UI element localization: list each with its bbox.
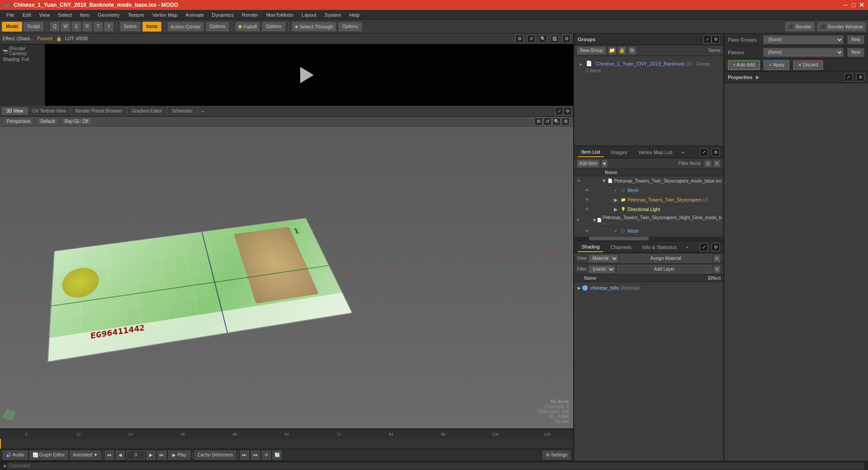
groups-icon-2[interactable]: 🔒 bbox=[618, 47, 626, 55]
projection-selector[interactable]: Perspective bbox=[4, 118, 33, 125]
shading-expand-button[interactable]: ⤢ bbox=[700, 243, 708, 251]
frame-input[interactable]: 0 bbox=[127, 451, 145, 460]
settings-button[interactable]: ⚙ Settings bbox=[542, 451, 571, 460]
tab-images[interactable]: Images bbox=[608, 148, 631, 157]
shortcut-s-button[interactable]: S bbox=[704, 160, 712, 167]
menu-item-render[interactable]: Render bbox=[238, 11, 262, 19]
groups-expand-button[interactable]: ⤢ bbox=[703, 35, 712, 43]
groups-icon-3[interactable]: ⚙ bbox=[628, 47, 636, 55]
tab-3d-view[interactable]: 3D View bbox=[2, 107, 28, 115]
apply-button[interactable]: ✓ Apply bbox=[764, 60, 789, 70]
viewport-expand-button[interactable]: ⤢ bbox=[555, 107, 563, 115]
shading-shortcut-f[interactable]: F bbox=[713, 255, 721, 262]
menu-item-help[interactable]: Help bbox=[346, 11, 363, 19]
tab-uv-texture-view[interactable]: UV Texture View bbox=[28, 107, 71, 115]
tool-icon-6[interactable]: Y bbox=[104, 22, 114, 32]
menu-item-system[interactable]: System bbox=[321, 11, 345, 19]
transport-extra-3[interactable]: ↺ bbox=[262, 451, 271, 460]
menu-item-file[interactable]: File bbox=[3, 11, 18, 19]
item-row-5[interactable]: 👁 ▼ 📄 Petronas_Towers_Twin_Skyscrapers_N… bbox=[574, 214, 723, 226]
item-eye-1[interactable]: 👁 bbox=[576, 177, 582, 184]
add-item-button[interactable]: Add Item bbox=[577, 160, 599, 168]
close-button[interactable]: ✕ bbox=[859, 1, 864, 9]
tab-shading[interactable]: Shading bbox=[578, 242, 603, 252]
tab-schematic[interactable]: Schematic bbox=[167, 107, 198, 115]
minimize-button[interactable]: ─ bbox=[844, 1, 848, 9]
tool-icon-4[interactable]: R bbox=[82, 22, 92, 32]
menu-item-texture[interactable]: Texture bbox=[124, 11, 148, 19]
command-input[interactable] bbox=[7, 462, 864, 470]
render-window-button[interactable]: ⬛ Render Window bbox=[817, 22, 866, 32]
vp-ctrl-4[interactable]: ⚙ bbox=[561, 118, 570, 126]
item-eye-5[interactable]: 👁 bbox=[576, 216, 580, 224]
properties-expand-button[interactable]: ⤢ bbox=[844, 73, 853, 81]
vp-ctrl-3[interactable]: 🔍 bbox=[552, 118, 561, 126]
shading-add[interactable]: + bbox=[684, 243, 690, 252]
menu-item-select[interactable]: Select bbox=[54, 11, 75, 19]
transport-extra-4[interactable]: 🔄 bbox=[273, 451, 282, 460]
tab-item-list[interactable]: Item List bbox=[578, 147, 604, 157]
item-list-scrollbar[interactable] bbox=[574, 237, 723, 240]
add-layer-button[interactable]: Add Layer bbox=[617, 265, 712, 273]
auto-add-button[interactable]: + Auto Add bbox=[728, 60, 760, 70]
item-row-4[interactable]: 👁 ▶ 💡 Directional Light bbox=[574, 205, 723, 214]
viewport-canvas[interactable]: 1 EG96411442 No Items C bbox=[0, 127, 573, 428]
render-ctrl-3[interactable]: 🔍 bbox=[539, 35, 547, 43]
tab-gradient-editor[interactable]: Gradient Editor bbox=[127, 107, 167, 115]
timeline-scrubber-bar[interactable] bbox=[0, 439, 573, 448]
add-item-dropdown[interactable]: ▼ bbox=[601, 160, 608, 168]
filter-select[interactable]: (none) bbox=[589, 265, 615, 273]
vp-ctrl-1[interactable]: ⚙ bbox=[534, 118, 542, 126]
render-button[interactable]: ⬛ Render bbox=[785, 22, 815, 32]
item-row-2[interactable]: 👁 ✓ ⬡ Mesh bbox=[574, 186, 723, 195]
render-ctrl-1[interactable]: ⚙ bbox=[515, 35, 524, 43]
pass-groups-select[interactable]: (None) bbox=[763, 35, 844, 44]
menu-item-item[interactable]: Item bbox=[76, 11, 93, 19]
item-list-settings-button[interactable]: ⚙ bbox=[712, 148, 720, 156]
material-select[interactable]: Material bbox=[589, 254, 618, 263]
item-expand-1[interactable]: ▼ bbox=[601, 178, 607, 183]
falloff-button[interactable]: Falloff bbox=[235, 22, 260, 32]
menu-item-edit[interactable]: Edit bbox=[19, 11, 35, 19]
select-through-button[interactable]: ◈ Select Through bbox=[292, 22, 336, 32]
render-ctrl-5[interactable]: ⚙ bbox=[562, 35, 571, 43]
select-button[interactable]: Select bbox=[120, 22, 141, 32]
menu-item-maxtomodo[interactable]: MaxToModo bbox=[263, 11, 297, 19]
passes-new-button[interactable]: New bbox=[847, 48, 864, 57]
shading-shortcut-s[interactable]: S bbox=[713, 266, 721, 273]
item-row-6[interactable]: 👁 ✓ ⬡ Mesh bbox=[574, 226, 723, 236]
tool-icon-1[interactable]: Q bbox=[50, 22, 60, 32]
tab-info-statistics[interactable]: Info & Statistics bbox=[639, 243, 680, 252]
prev-frame-button[interactable]: ◀ bbox=[116, 451, 125, 460]
options-button-2[interactable]: Options bbox=[262, 22, 285, 32]
groups-icon-1[interactable]: 📁 bbox=[608, 47, 616, 55]
pass-groups-new-button[interactable]: New bbox=[847, 35, 864, 44]
tab-channels[interactable]: Channels bbox=[607, 243, 635, 252]
add-tab-button[interactable]: + bbox=[198, 107, 208, 115]
maximize-button[interactable]: □ bbox=[852, 1, 855, 9]
items-button[interactable]: Items bbox=[142, 22, 161, 32]
menu-item-layout[interactable]: Layout bbox=[298, 11, 320, 19]
item-expand-4[interactable]: ▶ bbox=[612, 207, 619, 212]
cache-deformers-button[interactable]: Cache Deformers bbox=[194, 451, 236, 460]
menu-item-view[interactable]: View bbox=[36, 11, 54, 19]
go-start-button[interactable]: ⏮ bbox=[105, 451, 114, 460]
item-expand-5[interactable]: ▼ bbox=[592, 217, 597, 223]
shading-settings-button[interactable]: ⚙ bbox=[712, 243, 720, 251]
sculpt-button[interactable]: Sculpt bbox=[23, 22, 44, 32]
item-eye-2[interactable]: 👁 bbox=[583, 187, 590, 194]
vp-ctrl-2[interactable]: ↺ bbox=[543, 118, 552, 126]
animated-button[interactable]: Animated ▼ bbox=[70, 451, 101, 460]
shading-selector[interactable]: Default bbox=[37, 118, 58, 125]
menu-item-vertex-map[interactable]: Vertex Map bbox=[149, 11, 181, 19]
assign-material-button[interactable]: Assign Material bbox=[620, 254, 712, 263]
passes-select[interactable]: (None) bbox=[763, 48, 844, 57]
go-end-button[interactable]: ⏭ bbox=[157, 451, 166, 460]
transport-extra-2[interactable]: ⏮ bbox=[251, 451, 260, 460]
play-button[interactable]: ▶ Play bbox=[168, 451, 190, 460]
item-eye-3[interactable]: 👁 bbox=[583, 196, 590, 203]
vertex-map-add[interactable]: + bbox=[679, 148, 686, 157]
render-play-button[interactable] bbox=[300, 66, 318, 84]
options-button-3[interactable]: Options bbox=[338, 22, 362, 32]
item-list-expand-button[interactable]: ⤢ bbox=[700, 148, 708, 156]
